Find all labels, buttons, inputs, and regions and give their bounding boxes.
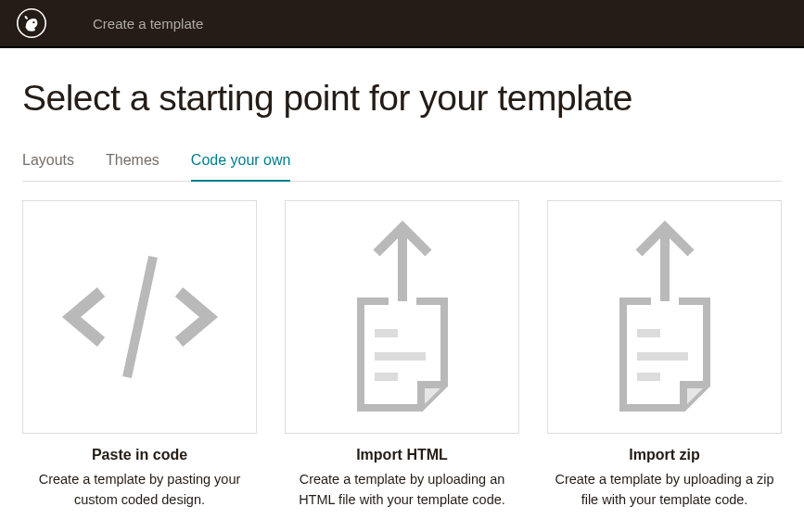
upload-file-icon bbox=[595, 213, 734, 422]
svg-rect-5 bbox=[637, 329, 660, 337]
svg-rect-2 bbox=[375, 329, 398, 337]
topbar: Create a template bbox=[0, 0, 804, 48]
upload-file-icon bbox=[333, 213, 472, 422]
card-desc: Create a template by pasting your custom… bbox=[22, 469, 257, 511]
svg-rect-7 bbox=[637, 373, 660, 381]
tab-code-your-own[interactable]: Code your own bbox=[191, 152, 291, 182]
svg-point-1 bbox=[32, 21, 34, 23]
card-desc: Create a template by uploading a zip fil… bbox=[547, 469, 782, 511]
card-title: Import HTML bbox=[356, 447, 448, 463]
tab-layouts[interactable]: Layouts bbox=[22, 152, 74, 182]
tabs: Layouts Themes Code your own bbox=[22, 152, 782, 182]
tab-themes[interactable]: Themes bbox=[106, 152, 160, 182]
mailchimp-logo[interactable] bbox=[17, 8, 46, 38]
code-icon bbox=[57, 238, 223, 396]
topbar-title: Create a template bbox=[93, 16, 203, 32]
card-title: Import zip bbox=[629, 447, 699, 463]
card-import-zip[interactable]: Import zip Create a template by uploadin… bbox=[547, 200, 782, 511]
svg-rect-6 bbox=[637, 352, 688, 361]
card-desc: Create a template by uploading an HTML f… bbox=[285, 469, 519, 511]
card-image bbox=[22, 200, 257, 434]
main-content: Select a starting point for your templat… bbox=[0, 48, 804, 529]
cards-row: Paste in code Create a template by pasti… bbox=[22, 200, 782, 511]
svg-rect-3 bbox=[375, 352, 426, 361]
card-image bbox=[547, 200, 782, 434]
card-paste-in-code[interactable]: Paste in code Create a template by pasti… bbox=[22, 200, 257, 511]
page-title: Select a starting point for your templat… bbox=[22, 78, 782, 119]
card-image bbox=[285, 200, 519, 434]
card-title: Paste in code bbox=[92, 447, 187, 463]
card-import-html[interactable]: Import HTML Create a template by uploadi… bbox=[285, 200, 519, 511]
svg-rect-4 bbox=[375, 373, 398, 381]
